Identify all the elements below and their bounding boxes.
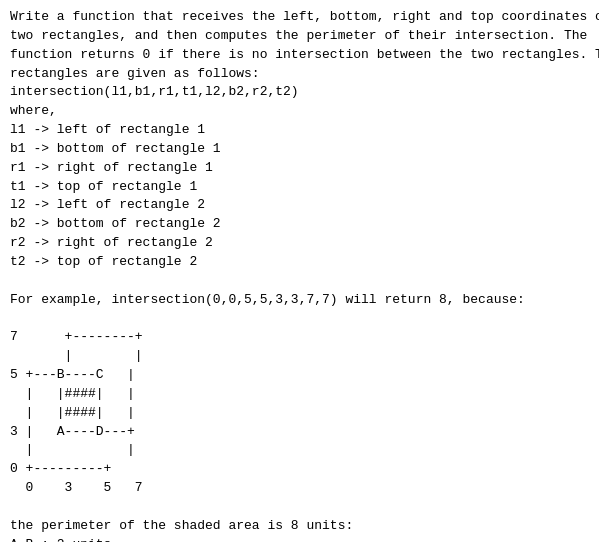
code-content: Write a function that receives the left,… — [10, 8, 589, 542]
